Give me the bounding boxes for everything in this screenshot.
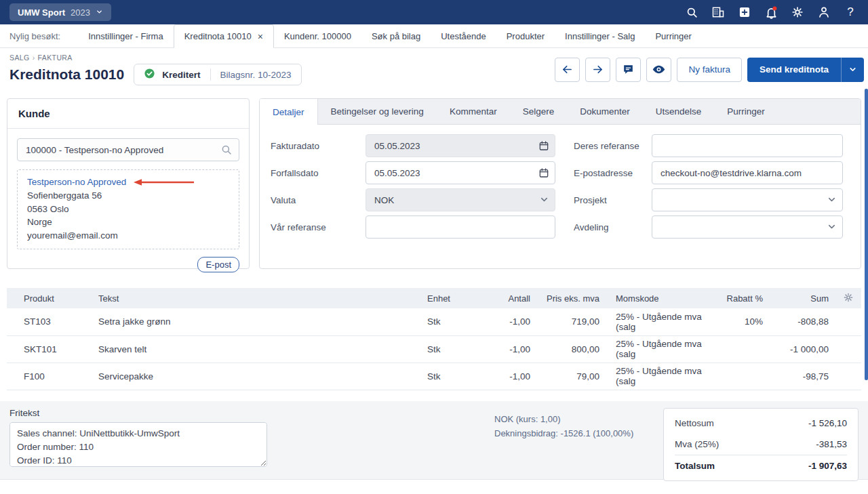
details-tab[interactable]: Utsendelse bbox=[643, 99, 715, 124]
due-date-control bbox=[366, 161, 555, 184]
scrollbar[interactable] bbox=[865, 89, 868, 380]
company-register-icon[interactable] bbox=[710, 4, 726, 20]
bottom-section: Fritekst Sales channel: UniNettbutikk-Um… bbox=[0, 401, 868, 479]
currency-select[interactable] bbox=[366, 188, 555, 211]
line-items-header-row: ProduktTekstEnhetAntallPris eks. mvaMoms… bbox=[7, 288, 861, 308]
column-header-quantity: Antall bbox=[481, 288, 537, 308]
details-tab[interactable]: Kommentar bbox=[437, 99, 510, 124]
preview-eye-button[interactable] bbox=[646, 58, 671, 82]
totals-row: Totalsum-1 907,63 bbox=[675, 455, 847, 476]
due-date-input[interactable] bbox=[366, 161, 555, 184]
breadcrumb-page[interactable]: FAKTURA bbox=[38, 54, 73, 62]
table-row[interactable]: SKT101Skarven teltStk-1,00800,0025% - Ut… bbox=[7, 335, 861, 363]
department-label: Avdeling bbox=[574, 222, 652, 232]
status-divider bbox=[210, 68, 211, 81]
history-tab[interactable]: Purringer bbox=[645, 24, 701, 47]
company-year: 2023 bbox=[71, 7, 90, 18]
column-header-text: Tekst bbox=[92, 288, 420, 308]
cell-discount bbox=[715, 335, 770, 363]
history-bar: Nylig besøkt: Innstillinger - FirmaKredi… bbox=[0, 24, 868, 48]
company-selector[interactable]: UMW Sport 2023 bbox=[9, 3, 111, 21]
cell-sum: -808,88 bbox=[770, 308, 835, 335]
help-icon[interactable]: ? bbox=[842, 4, 859, 20]
column-header-sum: Sum bbox=[770, 288, 835, 308]
our-reference-input[interactable] bbox=[366, 215, 555, 239]
cell-text: Setra jakke grønn bbox=[92, 308, 420, 335]
history-tab-list: Innstillinger - FirmaKreditnota 10010×Ku… bbox=[78, 24, 702, 47]
totals-row: Mva (25%)-381,53 bbox=[675, 434, 847, 455]
notifications-icon[interactable] bbox=[763, 4, 779, 20]
close-tab-icon[interactable]: × bbox=[258, 31, 263, 42]
history-tab[interactable]: Kundenr. 100000 bbox=[274, 24, 361, 47]
search-icon[interactable] bbox=[684, 4, 700, 20]
customer-search-input[interactable] bbox=[17, 138, 239, 161]
project-select[interactable] bbox=[652, 188, 843, 211]
send-options-chevron-icon[interactable] bbox=[841, 58, 864, 82]
cell-product: SKT101 bbox=[7, 335, 92, 363]
totals-value: -1 526,10 bbox=[808, 418, 847, 428]
next-button[interactable] bbox=[585, 58, 610, 82]
history-tab[interactable]: Innstillinger - Firma bbox=[78, 24, 174, 47]
history-tab-label: Utestående bbox=[441, 31, 486, 41]
invoice-date-input[interactable] bbox=[366, 134, 555, 157]
details-fields: Fakturadato Forfallsdato bbox=[260, 125, 861, 252]
main-content: Kunde Testperson-no Approved bbox=[0, 91, 868, 269]
details-tab[interactable]: Selgere bbox=[510, 99, 568, 124]
send-split-button: Send kreditnota bbox=[747, 58, 864, 82]
new-invoice-button[interactable]: Ny faktura bbox=[677, 58, 742, 82]
customer-address-box: Testperson-no Approved Sofienberggata 56… bbox=[17, 169, 239, 249]
comment-button[interactable] bbox=[616, 58, 641, 82]
cell-text: Skarven telt bbox=[92, 335, 420, 363]
history-tab[interactable]: Innstillinger - Salg bbox=[555, 24, 645, 47]
email-address-input[interactable] bbox=[652, 161, 843, 184]
email-button[interactable]: E-post bbox=[197, 257, 239, 272]
cell-actions bbox=[835, 308, 861, 335]
header-actions: Ny faktura Send kreditnota bbox=[555, 58, 864, 82]
details-tab[interactable]: Purringer bbox=[714, 99, 778, 124]
status-group: Kreditert Bilagsnr. 10-2023 bbox=[134, 64, 301, 85]
column-header-vat_code: Momskode bbox=[606, 288, 715, 308]
cell-product: F100 bbox=[7, 363, 92, 390]
field-department: Avdeling bbox=[574, 215, 850, 239]
history-tab[interactable]: Produkter bbox=[496, 24, 555, 47]
search-icon bbox=[220, 144, 233, 159]
field-their-reference: Deres referanse bbox=[574, 134, 850, 157]
history-tab[interactable]: Kreditnota 10010× bbox=[174, 24, 274, 48]
voucher-number[interactable]: Bilagsnr. 10-2023 bbox=[220, 70, 292, 80]
invoice-date-control bbox=[366, 134, 555, 157]
table-settings-cell[interactable] bbox=[835, 288, 861, 308]
free-text-area[interactable]: Sales channel: UniNettbutikk-UmwSport Or… bbox=[9, 422, 267, 467]
department-select[interactable] bbox=[652, 215, 843, 239]
cell-quantity: -1,00 bbox=[481, 308, 537, 335]
breadcrumb-section[interactable]: SALG bbox=[9, 54, 30, 62]
project-value bbox=[652, 188, 843, 211]
address-line: 0563 Oslo bbox=[27, 203, 229, 216]
details-tab[interactable]: Dokumenter bbox=[567, 99, 643, 124]
cell-quantity: -1,00 bbox=[481, 335, 537, 363]
account-icon[interactable] bbox=[816, 4, 832, 20]
cell-discount bbox=[715, 363, 770, 390]
details-tab[interactable]: Betingelser og levering bbox=[318, 99, 437, 124]
totals-row: Nettosum-1 526,10 bbox=[675, 413, 847, 434]
field-due-date: Forfallsdato bbox=[271, 161, 555, 184]
field-invoice-date: Fakturadato bbox=[271, 134, 555, 157]
customer-name-link[interactable]: Testperson-no Approved bbox=[27, 176, 126, 189]
their-reference-input[interactable] bbox=[652, 134, 843, 157]
totals-value: -1 907,63 bbox=[808, 461, 847, 471]
table-row[interactable]: ST103Setra jakke grønnStk-1,00719,0025% … bbox=[7, 308, 861, 335]
settings-icon[interactable] bbox=[789, 4, 806, 20]
page-header: SALG›FAKTURA Kreditnota 10010 Kreditert … bbox=[0, 48, 868, 91]
topbar: UMW Sport 2023 ? bbox=[0, 0, 868, 24]
history-tab[interactable]: Søk på bilag bbox=[361, 24, 431, 47]
add-icon[interactable] bbox=[736, 4, 753, 20]
previous-button[interactable] bbox=[555, 58, 580, 82]
contribution-margin-info: Dekningsbidrag: -1526.1 (100,00%) bbox=[494, 426, 633, 440]
gear-icon[interactable] bbox=[843, 295, 854, 305]
table-row[interactable]: F100ServicepakkeStk-1,0079,0025% - Utgåe… bbox=[7, 363, 861, 390]
cell-sum: -1 000,00 bbox=[770, 335, 835, 363]
annotation-arrow bbox=[133, 178, 195, 186]
details-tab[interactable]: Detaljer bbox=[260, 99, 318, 125]
send-creditnote-button[interactable]: Send kreditnota bbox=[747, 58, 841, 82]
details-tab-list: DetaljerBetingelser og leveringKommentar… bbox=[260, 99, 861, 125]
history-tab[interactable]: Utestående bbox=[431, 24, 496, 47]
